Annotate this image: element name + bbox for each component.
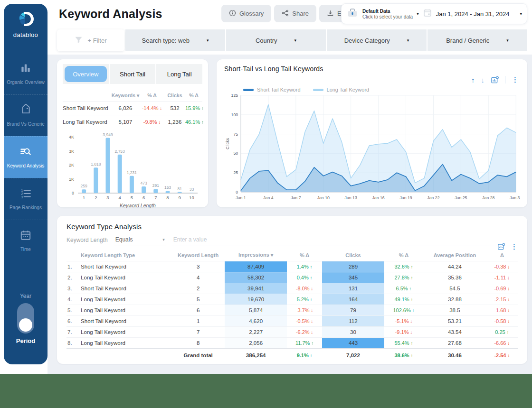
legend-item[interactable]: Long Tail Keyword	[313, 87, 370, 93]
chart-embed-icon[interactable]	[497, 243, 505, 250]
table-row[interactable]: 7.Long Tail Keyword72,227-6.2% ↓30-9.1% …	[66, 327, 518, 338]
databloo-logo-icon	[17, 21, 34, 29]
summary-header-cell[interactable]: Keywords ▾	[111, 93, 140, 98]
bar[interactable]	[82, 189, 86, 193]
sort-descending-icon[interactable]: ↓	[481, 76, 485, 84]
table-row[interactable]: 8.Long Tail Keyword82,05611.7% ↑44355.4%…	[66, 338, 518, 349]
delta-value: -3.7% ↓	[296, 307, 314, 313]
tab-short-tail[interactable]: Short Tail	[110, 64, 156, 84]
filter-value-input[interactable]	[172, 236, 518, 245]
svg-text:Jan 25: Jan 25	[455, 195, 467, 200]
toggle-knob[interactable]	[19, 318, 32, 332]
column-header[interactable]: Impressions ▾	[225, 249, 287, 261]
bar[interactable]	[106, 138, 110, 193]
clicks-area-chart: 0255075100125Jan 1Jan 4Jan 7Jan 10Jan 13…	[224, 93, 520, 203]
bar[interactable]	[178, 192, 182, 193]
arrow-down-icon: ↓	[506, 308, 510, 313]
sidebar-item-time[interactable]: Time	[4, 220, 48, 261]
bar[interactable]	[118, 155, 122, 193]
column-header[interactable]	[66, 249, 80, 261]
calendar-icon	[19, 229, 32, 243]
table-row[interactable]: 3.Short Tail Keyword239,941-8.0% ↓1316.5…	[66, 283, 518, 294]
delta-value: 102.6% ↑	[393, 307, 414, 313]
arrow-down-icon: ↓	[408, 330, 412, 335]
toggle-year-label: Year	[20, 293, 31, 299]
filter-dropdown-country[interactable]: Country▾	[226, 29, 326, 51]
table-row[interactable]: 2.Long Tail Keyword458,3020.4% ↑34527.8%…	[66, 272, 518, 283]
arrow-down-icon: ↓	[506, 319, 510, 324]
keyword-type-cell: Short Tail Keyword	[80, 261, 171, 272]
table-row[interactable]: 6.Short Tail Keyword14,620-0.5% ↓112-5.1…	[66, 316, 518, 327]
bar[interactable]	[153, 189, 158, 193]
svg-text:3K: 3K	[69, 149, 74, 154]
delta-value: 9.1% ↑	[297, 352, 313, 358]
svg-text:2: 2	[95, 195, 97, 200]
arrow-down-icon: ↓	[506, 353, 510, 358]
row-number: 8.	[66, 338, 80, 349]
svg-text:Jan 13: Jan 13	[345, 195, 357, 200]
row-number: 5.	[66, 305, 80, 316]
add-filter-button[interactable]: + Filter	[57, 29, 124, 51]
filter-dropdown-brand-generic[interactable]: Brand / Generic▾	[428, 29, 527, 51]
impressions-delta-cell: -3.7% ↓	[287, 305, 322, 316]
year-period-toggle[interactable]	[17, 303, 34, 334]
filter-dropdown-search-type-web[interactable]: Search type: web▾	[125, 29, 225, 51]
share-button[interactable]: Share	[274, 5, 316, 22]
clicks-cell: 30	[322, 327, 384, 338]
svg-text:1,818: 1,818	[91, 162, 101, 167]
keyword-type-cell: Long Tail Keyword	[80, 305, 171, 316]
delta-text: 9.1%	[297, 352, 309, 358]
arrow-up-icon: ↑	[411, 308, 415, 313]
summary-header-cell[interactable]: % Δ	[185, 93, 202, 98]
tab-overview[interactable]: Overview	[63, 64, 109, 84]
svg-text:473: 473	[141, 181, 147, 185]
total-impressions: 386,254	[225, 349, 287, 362]
summary-header-cell[interactable]: % Δ	[140, 93, 164, 98]
summary-header-cell[interactable]: Clicks	[164, 93, 185, 98]
impressions-cell: 5,874	[225, 305, 287, 316]
sidebar-item-brand-vs-generic[interactable]: Brand Vs Generic	[4, 94, 48, 136]
chart-embed-icon[interactable]	[491, 76, 499, 84]
bar[interactable]	[94, 167, 98, 193]
column-header[interactable]: Clicks	[322, 249, 384, 261]
table-row[interactable]: 5.Long Tail Keyword65,874-3.7% ↓79102.6%…	[66, 305, 518, 316]
date-range-picker[interactable]: Jan 1, 2024 - Jan 31, 2024 ▾	[423, 8, 522, 19]
sidebar-item-page-rankings[interactable]: 123Page Rankings	[4, 178, 48, 220]
arrow-up-icon: ↑	[310, 341, 314, 346]
sort-ascending-icon[interactable]: ↑	[471, 76, 475, 84]
data-source-selector[interactable]: Default Data Click to select your data ▾	[346, 8, 423, 20]
data-source-title: Default Data	[362, 9, 413, 14]
delta-value: 55.4% ↑	[394, 340, 413, 346]
filter-dropdown-device-category[interactable]: Device Category▾	[327, 29, 427, 51]
more-options-icon[interactable]: ⋮	[511, 242, 518, 251]
arrow-up-icon: ↑	[309, 353, 313, 358]
legend-item[interactable]: Short Tail Keyword	[243, 87, 301, 93]
tab-long-tail[interactable]: Long Tail	[156, 64, 202, 84]
filter-dropdown-label: Device Category	[344, 37, 390, 44]
calendar-icon	[423, 8, 432, 19]
total-impressions-delta: 9.1% ↑	[287, 349, 322, 362]
table-row[interactable]: 1.Short Tail Keyword387,4091.4% ↑28932.6…	[66, 261, 518, 272]
table-row[interactable]: 4.Long Tail Keyword519,6705.2% ↑16449.1%…	[66, 294, 518, 305]
sidebar-item-organic-overview[interactable]: Organic Overview	[4, 53, 48, 94]
sidebar-item-keyword-analysis[interactable]: Keyword Analysis	[4, 136, 48, 178]
bar[interactable]	[190, 193, 194, 193]
bar[interactable]	[142, 186, 146, 193]
filter-operator-select[interactable]: Equals ▾	[114, 236, 166, 245]
impressions-cell: 2,227	[225, 327, 287, 338]
delta-text: -3.7%	[296, 307, 310, 313]
more-options-icon[interactable]: ⋮	[512, 75, 519, 84]
bar[interactable]	[166, 191, 170, 193]
column-header[interactable]: Keyword Length Type	[80, 249, 171, 261]
glossary-button[interactable]: Glossary	[221, 5, 271, 22]
svg-text:33: 33	[190, 187, 194, 192]
avg-position-cell: 32.88	[423, 294, 486, 305]
arrow-down-icon: ↓	[506, 275, 510, 280]
column-header[interactable]: Average Position	[423, 249, 486, 261]
share-icon	[282, 9, 289, 18]
bar[interactable]	[130, 176, 134, 193]
column-header[interactable]: Keyword Length	[171, 249, 225, 261]
column-header[interactable]: % Δ	[287, 249, 322, 261]
column-header[interactable]: % Δ	[384, 249, 423, 261]
arrow-down-icon: ↓	[310, 319, 314, 324]
